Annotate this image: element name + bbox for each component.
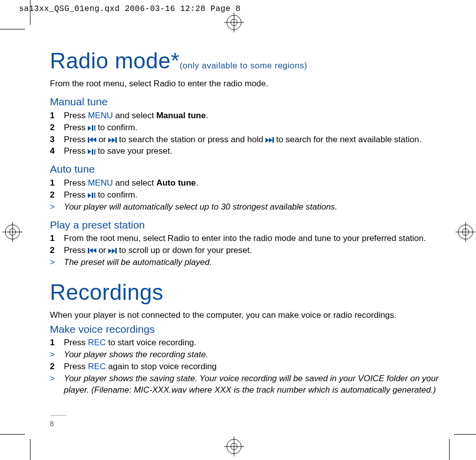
result-marker: >	[50, 349, 57, 361]
play-pause-icon	[88, 149, 95, 155]
step-text: From the root menu, select Radio to ente…	[64, 233, 451, 244]
crop-mark	[449, 439, 450, 460]
step-text: Press to confirm.	[64, 122, 451, 134]
result-marker: >	[50, 257, 57, 268]
step-number: 1	[50, 233, 57, 244]
intro-text: From the root menu, select Radio to ente…	[50, 78, 451, 90]
step-text: Press or to search the station or press …	[64, 134, 451, 146]
intro-text: When your player is not connected to the…	[50, 310, 451, 321]
result-marker: >	[50, 373, 57, 396]
next-track-icon	[108, 248, 117, 253]
step-text: Press to save your preset.	[64, 146, 451, 157]
step-number: 1	[50, 178, 57, 189]
step-text: Press MENU and select Auto tune.	[64, 178, 451, 189]
subheading-play-preset: Play a preset station	[50, 218, 451, 232]
step-number: 3	[50, 134, 57, 146]
registration-mark-left	[5, 225, 20, 239]
steps-play-preset: 1 From the root menu, select Radio to en…	[50, 233, 451, 268]
section-title-radio: Radio mode*(only available to some regio…	[50, 46, 451, 75]
crop-mark	[0, 29, 25, 29]
step-number: 2	[50, 122, 57, 134]
page-number-rule	[50, 415, 66, 416]
steps-manual-tune: 1 Press MENU and select Manual tune. 2 P…	[50, 110, 451, 158]
step-number: 1	[50, 110, 57, 122]
crop-mark	[454, 434, 476, 435]
print-slug-line: sa13xx_QSG_01eng.qxd 2006-03-16 12:28 Pa…	[19, 4, 240, 15]
step-text: Press MENU and select Manual tune.	[64, 110, 451, 122]
section-title-recordings: Recordings	[50, 277, 451, 307]
page-number: 8	[50, 419, 54, 429]
crop-mark	[0, 434, 25, 435]
result-text: Your player shows the recording state.	[64, 349, 451, 361]
subheading-manual-tune: Manual tune	[50, 95, 451, 109]
step-number: 1	[50, 337, 57, 349]
subheading-auto-tune: Auto tune	[50, 162, 451, 176]
result-text: The preset will be automatically played.	[64, 257, 451, 268]
previous-track-icon	[88, 137, 96, 143]
step-text: Press REC to start voice recording.	[64, 337, 451, 349]
play-pause-icon	[88, 125, 95, 131]
result-text: Your player will automatically select up…	[64, 202, 451, 213]
step-text: Press to confirm.	[64, 190, 451, 201]
step-number: 2	[50, 245, 57, 256]
registration-mark-bottom	[227, 439, 241, 454]
steps-voice-recordings: 1 Press REC to start voice recording. > …	[50, 337, 451, 396]
step-number: 2	[50, 361, 57, 373]
subheading-voice-recordings: Make voice recordings	[50, 322, 451, 336]
next-track-icon	[108, 137, 117, 143]
crop-mark	[30, 439, 30, 460]
step-text: Press or to scroll up or down for your p…	[64, 245, 451, 256]
steps-auto-tune: 1 Press MENU and select Auto tune. 2 Pre…	[50, 178, 451, 213]
previous-track-icon	[88, 248, 96, 253]
result-text: Your player shows the saving state. Your…	[64, 373, 451, 396]
next-track-icon	[265, 137, 274, 143]
result-marker: >	[50, 202, 57, 213]
crop-mark	[30, 0, 30, 25]
registration-mark-top	[227, 15, 241, 30]
step-number: 2	[50, 190, 57, 201]
play-pause-icon	[88, 193, 95, 198]
step-text: Press REC again to stop voice recording	[64, 361, 451, 373]
step-number: 4	[50, 146, 57, 157]
registration-mark-right	[458, 225, 473, 239]
